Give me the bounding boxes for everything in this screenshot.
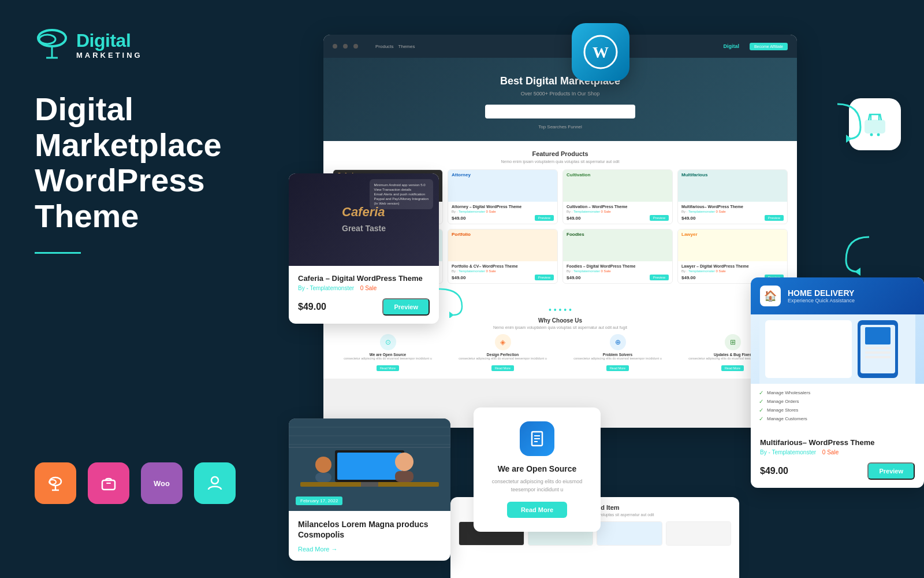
- why-text-opensource: consectetur adipiscing elits do eiusmod …: [333, 357, 443, 361]
- heading-line2: WordPress: [35, 162, 205, 198]
- delivery-card-title: Multifarious– WordPress Theme: [760, 438, 915, 447]
- product-img-attorney: Attorney: [448, 170, 557, 202]
- feature-3: Email Alerts and push notification: [374, 192, 429, 197]
- product-card-foodies: Foodies Foodies – Digital WordPress Them…: [562, 229, 673, 284]
- svg-rect-13: [865, 120, 885, 133]
- heading-line3: Theme: [35, 198, 139, 234]
- blog-readmore[interactable]: Read More →: [298, 546, 441, 553]
- opensource-card: We are Open Source consectetur adipiscin…: [474, 407, 601, 532]
- hero-subtitle: Over 5000+ Products In Our Shop: [335, 91, 785, 97]
- opensource-title: We are Open Source: [485, 464, 589, 473]
- wordpress-icon-badge: W: [572, 23, 629, 81]
- mini-img-3: [597, 522, 662, 545]
- brand-subname: MARKETING: [76, 51, 143, 60]
- svg-point-17: [877, 134, 880, 136]
- opensource-text: consectetur adipiscing elits do eiusmod …: [485, 478, 589, 494]
- featured-title: Featured Products: [333, 150, 788, 157]
- product-card-portfolio: Portfolio Portfolio & CV– WordPress Them…: [448, 229, 558, 284]
- delivery-subtitle: Experience Quick Assistance: [788, 298, 855, 303]
- opensource-icon: ⊙: [380, 334, 396, 350]
- delivery-card-footer: $49.00 Preview: [760, 462, 915, 480]
- header-dot2: [343, 44, 348, 49]
- mini-img-4: [666, 522, 731, 545]
- caferia-features-list: Minimum Android app version 5.0 View Tra…: [370, 179, 433, 209]
- caferia-card-image: CaferiaGreat Taste Minimum Android app v…: [289, 173, 439, 266]
- read-more-updates[interactable]: Read More: [721, 365, 744, 371]
- arrow-decoration-2: [834, 231, 881, 280]
- card-name-lawyer: Lawyer – Digital WordPress Theme: [681, 264, 784, 268]
- nav-item-themes: Themes: [398, 44, 415, 49]
- icon-badges: Woo: [35, 462, 289, 550]
- mini-prod-4: [666, 521, 732, 546]
- site-hero: Best Digital Marketplace Over 5000+ Prod…: [323, 58, 797, 141]
- delivery-price: $49.00: [760, 466, 788, 476]
- product-card-cultivation: Cultivation Cultivation – WordPress Them…: [562, 169, 673, 224]
- delivery-card: 🏠 HOME DELIVERY Experience Quick Assista…: [751, 277, 924, 488]
- card-by-lawyer: By : Templatemonster 0 Sale: [681, 269, 784, 273]
- price-portfolio: $49.00: [452, 275, 465, 280]
- preview-btn-attorney[interactable]: Preview: [535, 215, 554, 221]
- card-name-multifarious: Multifarious– WordPress Theme: [681, 205, 784, 209]
- preview-btn-multifarious[interactable]: Preview: [765, 215, 784, 221]
- preview-btn-cultivation[interactable]: Preview: [650, 215, 669, 221]
- read-more-opensource[interactable]: Read More: [377, 365, 399, 371]
- card-info-attorney: Attorney – Digital WordPress Theme By : …: [448, 202, 557, 224]
- logo-text-block: Digital MARKETING: [76, 31, 143, 60]
- caferia-preview-button[interactable]: Preview: [382, 298, 430, 316]
- caferia-floating-card: CaferiaGreat Taste Minimum Android app v…: [289, 173, 439, 324]
- card-by-attorney: By : Templatemonster 0 Sale: [452, 210, 554, 213]
- blog-title: Milancelos Lorem Magna producs Cosmopoli…: [298, 519, 441, 540]
- read-more-design[interactable]: Read More: [491, 365, 514, 371]
- become-affiliate-btn[interactable]: Become Affiliate: [750, 43, 788, 50]
- card-bottom-multifarious: $49.00 Preview: [681, 215, 784, 221]
- blog-date: February 17, 2022: [296, 497, 342, 505]
- svg-rect-44: [865, 356, 891, 358]
- caferia-card-title: Caferia – Digital WordPress Theme: [298, 274, 430, 283]
- opensource-icon-badge: [520, 421, 554, 456]
- feature-2: View Transaction details: [374, 187, 429, 192]
- card-name-cultivation: Cultivation – WordPress Theme: [567, 205, 669, 209]
- opensource-readmore-btn[interactable]: Read More: [507, 502, 567, 518]
- updates-icon: ⊞: [725, 334, 741, 350]
- header-dot: [333, 44, 337, 49]
- left-panel: Digital MARKETING Digital Marketplace Wo…: [0, 0, 323, 578]
- blog-card-body: Milancelos Lorem Magna producs Cosmopoli…: [289, 511, 450, 561]
- delivery-logo-icon: 🏠: [760, 286, 781, 306]
- delivery-features-list: ✓ Manage Wholesalers ✓ Manage Orders ✓ M…: [751, 384, 924, 430]
- product-img-portfolio: Portfolio: [448, 229, 557, 261]
- delivery-card-author: By - Templatemonster 0 Sale: [760, 449, 915, 455]
- mini-prod-3: [597, 521, 662, 546]
- woo-label: Woo: [154, 479, 170, 488]
- feature-stores: ✓ Manage Stores: [759, 407, 916, 413]
- site-logo-small: Digital: [723, 43, 739, 49]
- blog-card: February 17, 2022 Milancelos Lorem Magna…: [289, 418, 450, 561]
- feature-1: Minimum Android app version 5.0: [374, 183, 429, 187]
- preview-btn-portfolio[interactable]: Preview: [535, 275, 554, 280]
- card-bottom-foodies: $49.00 Preview: [567, 275, 669, 280]
- feature-5: (In Web version): [374, 201, 429, 206]
- delivery-card-body: Multifarious– WordPress Theme By - Templ…: [751, 430, 924, 488]
- why-item-design: ◈ Design Perfection consectetur adipisci…: [448, 334, 558, 372]
- caferia-card-author: By - Templatemonster 0 Sale: [298, 285, 430, 291]
- card-by-portfolio: By : Templatemonster 0 Sale: [452, 269, 554, 273]
- delivery-preview-button[interactable]: Preview: [867, 462, 915, 480]
- product-card-multifarious: Multifarious Multifarious– WordPress The…: [677, 169, 788, 224]
- preview-btn-foodies[interactable]: Preview: [650, 275, 669, 280]
- feature-customers: ✓ Manage Customers: [759, 416, 916, 422]
- cart-icon-badge: [849, 98, 901, 150]
- card-info-foodies: Foodies – Digital WordPress Theme By : T…: [563, 261, 672, 283]
- read-more-problems[interactable]: Read More: [606, 365, 629, 371]
- why-label-opensource: We are Open Source: [333, 353, 443, 357]
- svg-text:W: W: [593, 43, 609, 61]
- price-lawyer: $49.00: [681, 275, 695, 280]
- card-name-attorney: Attorney – Digital WordPress Theme: [452, 205, 554, 209]
- why-label-design: Design Perfection: [448, 353, 558, 357]
- card-name-portfolio: Portfolio & CV– WordPress Theme: [452, 264, 554, 268]
- card-bottom-attorney: $49.00 Preview: [452, 215, 554, 221]
- price-attorney: $49.00: [452, 216, 465, 221]
- product-card-attorney: Attorney Attorney – Digital WordPress Th…: [448, 169, 558, 224]
- top-searches: Top Searches Funnel: [335, 124, 785, 129]
- search-bar[interactable]: [485, 105, 635, 118]
- feature-orders: ✓ Manage Orders: [759, 398, 916, 405]
- problems-icon: ⊕: [610, 334, 626, 350]
